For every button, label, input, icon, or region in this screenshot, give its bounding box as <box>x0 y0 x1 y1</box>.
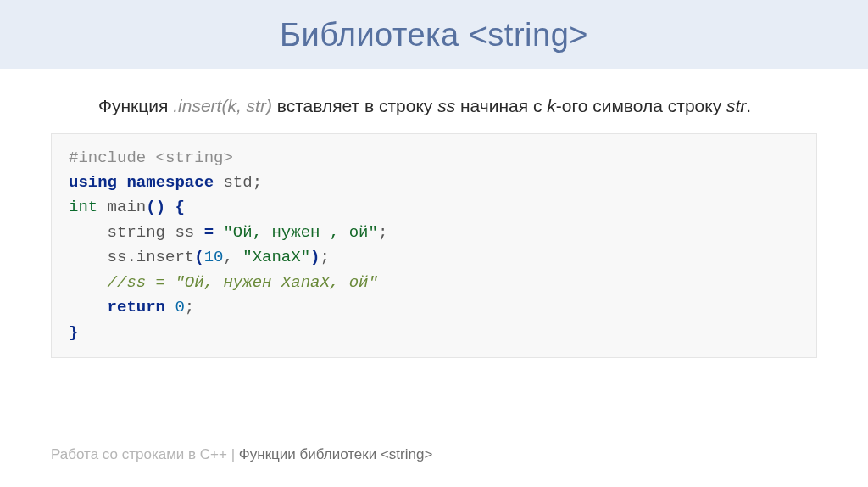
footer-left: Работа со строками в С++ | <box>51 446 239 462</box>
code-brace-open: { <box>165 198 185 216</box>
code-fn-main: main <box>97 198 146 216</box>
code-preproc: #include <string> <box>69 148 233 167</box>
code-paren: () <box>146 198 165 216</box>
code-text: ss.insert <box>69 248 194 266</box>
desc-func-name: .insert(k, str) <box>173 96 272 115</box>
code-text: std; <box>214 173 262 192</box>
code-kw-return: return <box>69 298 165 316</box>
code-semi: ; <box>185 298 194 316</box>
desc-var-k: k <box>547 96 556 115</box>
code-semi: ; <box>320 248 330 266</box>
footer-right: Функции библиотеки <string> <box>239 446 433 462</box>
code-comment: //ss = "Ой, нужен XanaX, ой" <box>69 273 378 292</box>
code-number: 10 <box>204 248 224 266</box>
content-area: Функция .insert(k, str) вставляет в стро… <box>0 69 868 358</box>
code-string: "Ой, нужен , ой" <box>214 223 378 242</box>
desc-text: Функция <box>98 96 173 115</box>
code-block: #include <string> using namespace std; i… <box>51 133 817 359</box>
desc-var-str: str <box>726 96 746 115</box>
code-number: 0 <box>165 298 185 316</box>
page-title: Библиотека <string> <box>0 17 868 53</box>
code-kw-namespace: namespace <box>126 173 214 192</box>
code-string: "XanaX" <box>242 248 310 266</box>
code-text: string ss <box>69 223 204 242</box>
desc-text: -ого символа строку <box>556 96 726 115</box>
code-sep: , <box>223 248 242 266</box>
code-semi: ; <box>378 223 387 242</box>
footer: Работа со строками в С++ | Функции библи… <box>51 446 432 463</box>
desc-text: вставляет в строку <box>272 96 437 115</box>
code-paren-open: ( <box>194 248 203 266</box>
code-type-int: int <box>69 198 97 216</box>
desc-text: . <box>746 96 751 115</box>
desc-var-ss: ss <box>437 96 455 115</box>
code-paren-close: ) <box>310 248 320 266</box>
title-bar: Библиотека <string> <box>0 0 868 69</box>
code-brace-close: } <box>69 323 78 342</box>
code-kw-using: using <box>69 173 117 192</box>
code-eq: = <box>204 223 214 242</box>
description-paragraph: Функция .insert(k, str) вставляет в стро… <box>51 92 817 120</box>
desc-text: начиная с <box>455 96 547 115</box>
